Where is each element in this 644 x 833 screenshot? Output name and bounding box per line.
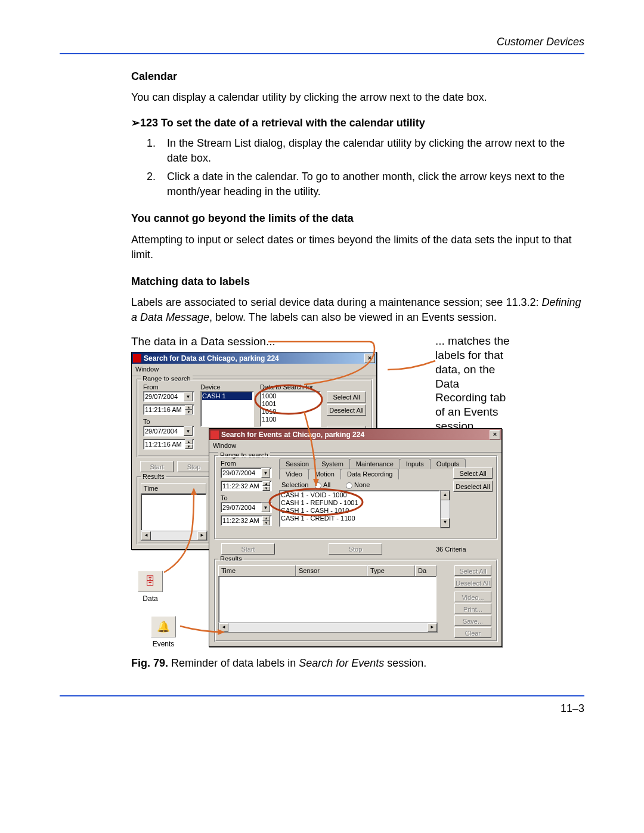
list-item[interactable]: 1010 bbox=[262, 408, 319, 416]
results-clear[interactable]: Clear bbox=[454, 627, 491, 638]
from-date-combo[interactable]: 29/07/2004▼ bbox=[221, 467, 272, 478]
events-tool-button[interactable]: 🔔 Events bbox=[148, 616, 179, 649]
scrollbar-horizontal[interactable]: ◄► bbox=[218, 623, 438, 633]
tab-data-recording[interactable]: Data Recording bbox=[340, 469, 399, 479]
group-results: Results Time Sensor Type Da ◄► Select Al… bbox=[214, 559, 498, 642]
to-date-combo[interactable]: 29/07/2004▼ bbox=[221, 502, 272, 513]
from-time-spinbox[interactable]: 11:22:32 AM▲▼ bbox=[221, 481, 272, 491]
deselect-all-button[interactable]: Deselect All bbox=[453, 481, 493, 492]
group-label: Results bbox=[141, 472, 166, 481]
list-item[interactable]: CASH 1 - CASH - 1010 bbox=[281, 507, 438, 515]
to-time-spinbox[interactable]: 11:22:32 AM▲▼ bbox=[221, 515, 272, 526]
matching-text-1: Labels are associated to serial device d… bbox=[131, 296, 541, 308]
column-sensor[interactable]: Sensor bbox=[296, 565, 367, 577]
stop-button[interactable]: Stop bbox=[177, 461, 210, 472]
app-icon bbox=[133, 354, 141, 363]
tabs-row-1: Session System Maintenance Inputs Output… bbox=[279, 459, 465, 469]
step-number: 1. bbox=[147, 136, 167, 166]
radio-none[interactable]: None bbox=[346, 481, 370, 490]
results-list[interactable] bbox=[218, 576, 436, 623]
results-list[interactable] bbox=[141, 494, 206, 531]
procedure-heading: ➢123 To set the date of a retrieval with… bbox=[131, 116, 584, 131]
stop-button[interactable]: Stop bbox=[329, 543, 382, 555]
group-range-to-search: Range to search From 29/07/2004▼ 11:22:3… bbox=[214, 455, 498, 540]
spinner-icon[interactable]: ▲▼ bbox=[262, 481, 270, 491]
start-button[interactable]: Start bbox=[140, 461, 174, 472]
step-text: Click a date in the calendar. To go to a… bbox=[167, 169, 584, 199]
titlebar-data[interactable]: Search for Data at Chicago, parking 224 … bbox=[132, 352, 376, 364]
step-text: In the Stream List dialog, display the c… bbox=[167, 136, 584, 166]
results-print[interactable]: Print... bbox=[454, 603, 491, 614]
heading-calendar: Calendar bbox=[131, 69, 584, 84]
data-tool-button[interactable]: 🗄 Data bbox=[135, 571, 166, 604]
limits-para: Attempting to input or select dates or t… bbox=[131, 233, 584, 262]
results-save[interactable]: Save... bbox=[454, 615, 491, 626]
tab-session[interactable]: Session bbox=[279, 459, 315, 469]
section-header: Customer Devices bbox=[60, 36, 584, 48]
list-item[interactable]: 1001 bbox=[262, 400, 319, 408]
column-da[interactable]: Da bbox=[415, 565, 436, 577]
tabs-row-2: Video Motion Data Recording bbox=[279, 469, 398, 479]
column-time[interactable]: Time bbox=[218, 565, 296, 577]
tab-motion[interactable]: Motion bbox=[308, 469, 341, 479]
results-select-all[interactable]: Select All bbox=[454, 565, 491, 576]
column-type[interactable]: Type bbox=[367, 565, 415, 577]
top-rule bbox=[60, 53, 584, 54]
tab-system[interactable]: System bbox=[315, 459, 350, 469]
calendar-intro: You can display a calendar utility by cl… bbox=[131, 90, 584, 105]
column-time[interactable]: Time bbox=[141, 483, 206, 494]
chevron-down-icon[interactable]: ▼ bbox=[261, 468, 270, 478]
annotation-right: ... matches the labels for that data, on… bbox=[435, 334, 513, 433]
tab-inputs[interactable]: Inputs bbox=[400, 459, 431, 469]
list-item[interactable]: CASH 1 - REFUND - 1001 bbox=[281, 499, 438, 507]
figure-79: The data in a Data session... ... matche… bbox=[131, 334, 513, 650]
to-date-combo[interactable]: 29/07/2004▼ bbox=[143, 426, 194, 436]
spinner-icon[interactable]: ▲▼ bbox=[185, 439, 193, 449]
events-items-list[interactable]: CASH 1 - VOID - 1000 CASH 1 - REFUND - 1… bbox=[279, 490, 440, 527]
radio-all[interactable]: All bbox=[315, 481, 330, 490]
list-item[interactable]: 1000 bbox=[262, 392, 319, 400]
icon-label: Data bbox=[135, 594, 166, 604]
list-item[interactable]: 1100 bbox=[262, 416, 319, 423]
list-item[interactable]: CASH 1 bbox=[202, 392, 252, 400]
matching-para: Labels are associated to serial device d… bbox=[131, 295, 584, 325]
step-1: 1. In the Stream List dialog, display th… bbox=[147, 136, 584, 166]
start-button[interactable]: Start bbox=[221, 543, 275, 555]
chevron-down-icon[interactable]: ▼ bbox=[184, 426, 193, 436]
list-item[interactable]: CASH 1 - CREDIT - 1100 bbox=[281, 515, 438, 522]
select-all-button[interactable]: Select All bbox=[327, 391, 366, 402]
caption-tail: session. bbox=[384, 657, 426, 669]
caption-lead: Fig. 79. bbox=[131, 657, 171, 669]
scrollbar-vertical[interactable]: ▲▼ bbox=[440, 490, 450, 528]
spinner-icon[interactable]: ▲▼ bbox=[185, 405, 193, 414]
from-date-combo[interactable]: 29/07/2004▼ bbox=[143, 391, 194, 402]
chevron-down-icon[interactable]: ▼ bbox=[261, 503, 270, 512]
results-header-row: Time Sensor Type Da bbox=[218, 565, 436, 577]
scrollbar-horizontal[interactable]: ◄► bbox=[141, 531, 208, 541]
caption-em: Search for Events bbox=[299, 657, 384, 669]
data-values-list[interactable]: 1000 1001 1010 1100 bbox=[260, 391, 321, 427]
device-list[interactable]: CASH 1 bbox=[200, 391, 254, 427]
close-icon[interactable]: × bbox=[490, 430, 500, 439]
to-time-spinbox[interactable]: 11:21:16 AM▲▼ bbox=[143, 439, 194, 450]
results-video[interactable]: Video... bbox=[454, 592, 491, 602]
annotation-top: The data in a Data session... bbox=[131, 334, 275, 350]
chevron-down-icon[interactable]: ▼ bbox=[184, 392, 193, 401]
matching-text-2: , below. The labels can also be viewed i… bbox=[209, 311, 497, 323]
icon-label: Events bbox=[148, 639, 179, 649]
close-icon[interactable]: × bbox=[364, 354, 375, 363]
app-icon bbox=[210, 431, 219, 439]
from-time-spinbox[interactable]: 11:21:16 AM▲▼ bbox=[143, 404, 194, 415]
tab-maintenance[interactable]: Maintenance bbox=[349, 459, 400, 469]
list-item[interactable]: CASH 1 - VOID - 1000 bbox=[281, 491, 438, 499]
bottom-rule bbox=[60, 695, 584, 696]
results-deselect-all[interactable]: Deselect All bbox=[454, 577, 491, 588]
select-all-button[interactable]: Select All bbox=[453, 467, 493, 479]
deselect-all-button[interactable]: Deselect All bbox=[327, 404, 366, 416]
step-number: 2. bbox=[147, 169, 167, 199]
spinner-icon[interactable]: ▲▼ bbox=[262, 516, 270, 525]
titlebar-events[interactable]: Search for Events at Chicago, parking 22… bbox=[209, 429, 501, 440]
heading-matching: Matching data to labels bbox=[131, 274, 584, 289]
heading-limits: You cannot go beyond the limits of the d… bbox=[131, 211, 584, 226]
tab-video[interactable]: Video bbox=[279, 469, 309, 479]
